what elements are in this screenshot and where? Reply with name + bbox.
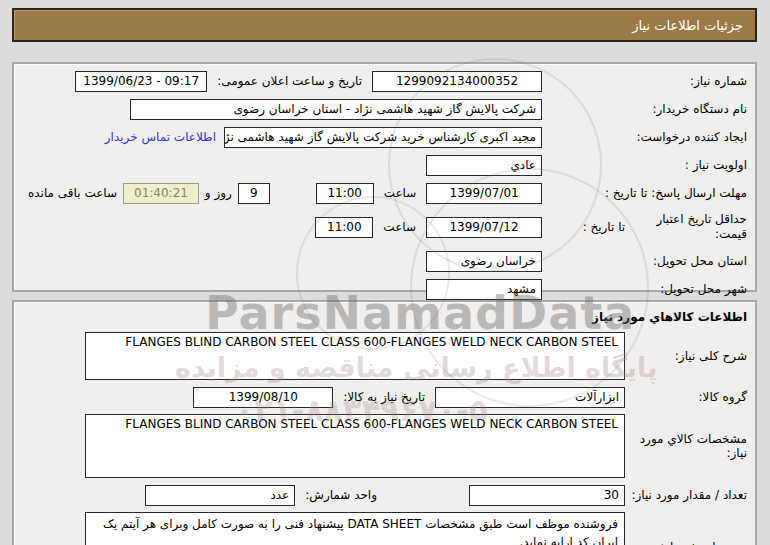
delivery-city-field: مشهد <box>426 279 542 300</box>
row-delivery-province: استان محل تحویل: خراسان رضوی <box>22 250 747 272</box>
creator-label: ایجاد کننده درخواست: <box>542 130 747 144</box>
row-deadline: مهلت ارسال پاسخ: تا تاریخ : 1399/07/01 س… <box>22 182 747 204</box>
deadline-time-field: 11:00 <box>316 183 374 204</box>
need-details-page: { "colors": { "titlebar_bg": "#9c7a45", … <box>0 0 770 545</box>
buyer-contact-link[interactable]: اطلاعات تماس خریدار <box>105 130 216 144</box>
delivery-city-label: شهر محل تحویل: <box>542 282 747 296</box>
validity-label-group: حداقل تاریخ اعتبار قیمت: تا تاریخ : <box>542 212 747 242</box>
row-buyer: نام دستگاه خریدار: شرکت پالایش گاز شهید … <box>22 98 747 120</box>
validity-hour-label: ساعت <box>383 220 416 234</box>
creator-field: مجید اکبری کارشناس خرید شرکت پالایش گاز … <box>224 127 542 148</box>
row-quantity: تعداد / مقدار مورد نیاز: 30 واحد شمارش: … <box>22 484 747 506</box>
row-delivery-city: شهر محل تحویل: مشهد <box>22 278 747 300</box>
row-priority: اولویت نیاز : عادي <box>22 154 747 176</box>
need-number-field: 1299092134000352 <box>372 71 542 92</box>
row-price-validity: حداقل تاریخ اعتبار قیمت: تا تاریخ : 1399… <box>22 210 747 244</box>
goods-info-panel: اطلاعات کالاهاي مورد نیاز شرح کلی نیاز: … <box>12 300 757 545</box>
announce-datetime-field: 1399/06/23 - 09:17 <box>75 71 207 92</box>
buyer-notes-label: توضیحات خریدار: <box>625 540 747 545</box>
need-number-label: شماره نیاز: <box>542 74 747 88</box>
priority-label: اولویت نیاز : <box>542 158 747 172</box>
need-date-field: 1399/08/10 <box>193 387 333 408</box>
deadline-date-field: 1399/07/01 <box>426 183 542 204</box>
buyer-label: نام دستگاه خریدار: <box>542 102 747 116</box>
deadline-label: مهلت ارسال پاسخ: تا تاریخ : <box>542 186 747 200</box>
count-unit-label: واحد شمارش: <box>305 488 377 502</box>
count-unit-field: عدد <box>145 485 295 506</box>
days-left-field: 9 <box>238 183 270 204</box>
buyer-field: شرکت پالایش گاز شهید هاشمی نژاد - استان … <box>130 99 542 120</box>
general-description-field: FLANGES BLIND CARBON STEEL CLASS 600-FLA… <box>85 332 625 380</box>
goods-group-label: گروه کالا: <box>625 390 747 404</box>
quantity-field: 30 <box>469 485 625 506</box>
need-date-label: تاریخ نیاز به کالا: <box>343 390 425 404</box>
page-title-bar: جزئیات اطلاعات نیاز <box>12 8 757 42</box>
quantity-label: تعداد / مقدار مورد نیاز: <box>625 488 747 502</box>
announce-datetime-label: تاریخ و ساعت اعلان عمومی: <box>217 74 362 88</box>
row-goods-group: گروه کالا: ابزارآلات تاریخ نیاز به کالا:… <box>22 386 747 408</box>
price-validity-label: حداقل تاریخ اعتبار قیمت: <box>629 212 747 242</box>
countdown-field: 01:40:21 <box>123 183 199 204</box>
goods-group-field: ابزارآلات <box>435 387 625 408</box>
priority-field: عادي <box>426 155 542 176</box>
general-description-label: شرح کلی نیاز: <box>625 349 747 363</box>
row-goods-spec: مشخصات کالاي مورد نیاز: FLANGES BLIND CA… <box>22 414 747 478</box>
page-title: جزئیات اطلاعات نیاز <box>632 18 743 33</box>
validity-time-field: 11:00 <box>315 217 373 238</box>
delivery-province-field: خراسان رضوی <box>426 251 542 272</box>
deadline-hour-label: ساعت <box>384 186 417 200</box>
row-buyer-notes: توضیحات خریدار: فروشنده موظف است طبق مشخ… <box>22 512 747 545</box>
need-info-panel: شماره نیاز: 1299092134000352 تاریخ و ساع… <box>12 62 757 292</box>
goods-spec-field: FLANGES BLIND CARBON STEEL CLASS 600-FLA… <box>85 414 625 478</box>
row-creator: ایجاد کننده درخواست: مجید اکبری کارشناس … <box>22 126 747 148</box>
delivery-province-label: استان محل تحویل: <box>542 254 747 268</box>
remaining-label: ساعت باقی مانده <box>28 186 117 200</box>
validity-date-field: 1399/07/12 <box>426 217 542 238</box>
row-general-description: شرح کلی نیاز: FLANGES BLIND CARBON STEEL… <box>22 332 747 380</box>
until-date-label: تا تاریخ : <box>583 220 626 234</box>
goods-section-title: اطلاعات کالاهاي مورد نیاز <box>22 310 747 324</box>
goods-spec-label: مشخصات کالاي مورد نیاز: <box>625 432 747 460</box>
buyer-notes-field: فروشنده موظف است طبق مشخصات DATA SHEET پ… <box>85 512 625 545</box>
days-and-label: روز و <box>205 186 232 200</box>
row-need-number: شماره نیاز: 1299092134000352 تاریخ و ساع… <box>22 70 747 92</box>
